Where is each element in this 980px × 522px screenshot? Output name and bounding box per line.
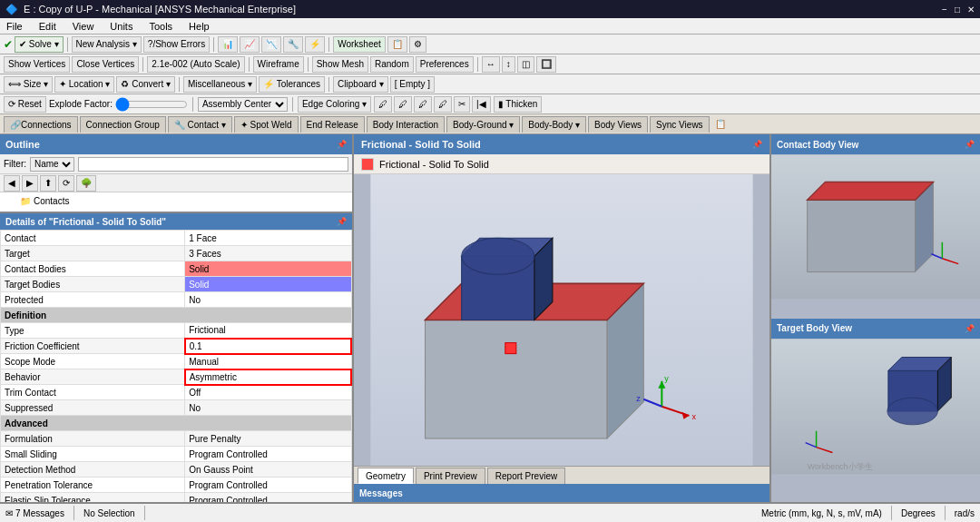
details-value-trim-contact[interactable]: Off [185, 385, 351, 400]
pin-btn[interactable]: 📌 [752, 140, 762, 149]
auto-scale-button[interactable]: 2.1e-002 (Auto Scale) [147, 56, 244, 73]
degrees-text: Degrees [901, 508, 936, 518]
viewport-title: Frictional - Solid To Solid [361, 139, 481, 150]
tab-extra-icon[interactable]: 📋 [715, 119, 726, 129]
tab-connections[interactable]: 🔗 Connections [4, 116, 78, 133]
details-value-contact-bodies[interactable]: Solid [185, 261, 351, 277]
tab-end-release[interactable]: End Release [300, 116, 365, 133]
view-btn-1[interactable]: ↔ [482, 56, 500, 73]
view-btn-4[interactable]: 🔲 [536, 56, 556, 73]
outline-refresh-btn[interactable]: ⟳ [58, 175, 74, 192]
menu-units[interactable]: Units [107, 21, 135, 32]
outline-back-btn[interactable]: ◀ [4, 175, 20, 192]
icon-btn-2[interactable]: 📈 [240, 36, 260, 53]
details-value-contact[interactable]: 1 Face [185, 231, 351, 246]
tab-sync-views[interactable]: Sync Views [650, 116, 710, 133]
edge-icon-2[interactable]: 🖊 [394, 96, 412, 113]
menu-file[interactable]: File [4, 21, 25, 32]
tab-contact[interactable]: 🔧 Contact ▾ [168, 116, 232, 133]
viewport-header: Frictional - Solid To Solid 📌 [354, 134, 769, 154]
clipboard-button[interactable]: Clipboard ▾ [333, 76, 388, 93]
solve-button[interactable]: ✔ Solve ▾ [15, 36, 64, 53]
menu-bar: File Edit View Units Tools Help [0, 18, 980, 34]
worksheet-icon-btn[interactable]: 📋 [387, 36, 407, 53]
details-value-type[interactable]: Frictional [185, 323, 351, 339]
details-value-friction-coeff[interactable]: 0.1 [185, 339, 351, 354]
location-button[interactable]: ✦ Location ▾ [54, 76, 114, 93]
close-vertices-button[interactable]: Close Vertices [72, 56, 139, 73]
tab-geometry[interactable]: Geometry [358, 468, 414, 484]
outline-up-btn[interactable]: ⬆ [40, 175, 56, 192]
minimize-btn[interactable]: − [942, 5, 947, 15]
assembly-center-select[interactable]: Assembly Center [198, 97, 288, 112]
viewport-3d[interactable]: x y z [354, 174, 769, 466]
contact-body-view[interactable] [771, 154, 980, 319]
size-button[interactable]: ⟺ Size ▾ [4, 76, 53, 93]
details-value-protected[interactable]: No [185, 292, 351, 308]
details-value-detection-method[interactable]: On Gauss Point [185, 462, 351, 478]
details-value-target-bodies[interactable]: Solid [185, 277, 351, 292]
details-value-suppressed[interactable]: No [185, 400, 351, 416]
tab-body-ground[interactable]: Body-Ground ▾ [446, 116, 520, 133]
menu-view[interactable]: View [70, 21, 97, 32]
new-analysis-button[interactable]: New Analysis ▾ [72, 36, 142, 53]
details-value-behavior[interactable]: Asymmetric [185, 369, 351, 385]
show-vertices-button[interactable]: Show Vertices [4, 56, 70, 73]
show-errors-button[interactable]: ?/Show Errors [143, 36, 210, 53]
thicken-button[interactable]: ▮ Thicken [494, 96, 543, 113]
tab-connection-group[interactable]: Connection Group [80, 116, 166, 133]
menu-help[interactable]: Help [186, 21, 212, 32]
miscellaneous-button[interactable]: Miscellaneous ▾ [183, 76, 257, 93]
close-btn[interactable]: ✕ [967, 5, 975, 15]
outline-fwd-btn[interactable]: ▶ [22, 175, 38, 192]
edge-icon-1[interactable]: 🖊 [374, 96, 392, 113]
tab-body-body[interactable]: Body-Body ▾ [522, 116, 586, 133]
preferences-button[interactable]: Preferences [416, 56, 474, 73]
edge-coloring-button[interactable]: Edge Coloring ▾ [298, 96, 371, 113]
explode-slider[interactable] [115, 98, 188, 111]
show-mesh-button[interactable]: Show Mesh [312, 56, 368, 73]
title-bar-controls[interactable]: − □ ✕ [942, 5, 975, 15]
menu-edit[interactable]: Edit [36, 21, 59, 32]
menu-tools[interactable]: Tools [146, 21, 175, 32]
tolerances-button[interactable]: ⚡ Tolerances [259, 76, 325, 93]
filter-type-select[interactable]: Name [30, 157, 74, 172]
reset-button[interactable]: ⟳ Reset [4, 96, 46, 113]
tab-body-views[interactable]: Body Views [588, 116, 648, 133]
icon-btn-4[interactable]: 🔧 [283, 36, 303, 53]
random-button[interactable]: Random [370, 56, 414, 73]
view-btn-2[interactable]: ↕ [502, 56, 515, 73]
extra-icon-btn[interactable]: ⚙ [409, 36, 426, 53]
tree-item-contacts[interactable]: 📁 Contacts [2, 194, 350, 208]
tab-print-preview[interactable]: Print Preview [416, 468, 485, 484]
edge-icon-5[interactable]: ✂ [454, 96, 470, 113]
edge-icon-4[interactable]: 🖊 [434, 96, 452, 113]
empty-button[interactable]: [ Empty ] [390, 76, 435, 93]
details-row-behavior: Behavior Asymmetric [1, 369, 352, 385]
outline-tree-btn[interactable]: 🌳 [76, 175, 96, 192]
toolbar-2: Show Vertices Close Vertices 2.1e-002 (A… [0, 54, 980, 74]
icon-btn-1[interactable]: 📊 [218, 36, 238, 53]
filter-input[interactable] [78, 157, 348, 172]
tab-body-interaction[interactable]: Body Interaction [367, 116, 445, 133]
details-value-elastic-slip[interactable]: Program Controlled [185, 493, 351, 503]
wireframe-button[interactable]: Wireframe [253, 56, 304, 73]
view-btn-3[interactable]: ◫ [517, 56, 534, 73]
details-value-penetration-tol[interactable]: Program Controlled [185, 478, 351, 493]
target-body-view[interactable]: Workbench小学生 [771, 339, 980, 503]
tab-report-preview[interactable]: Report Preview [487, 468, 565, 484]
sep-t2-2 [249, 57, 250, 72]
details-value-scope-mode[interactable]: Manual [185, 354, 351, 369]
details-value-small-sliding[interactable]: Program Controlled [185, 447, 351, 462]
details-value-target[interactable]: 3 Faces [185, 246, 351, 261]
maximize-btn[interactable]: □ [955, 5, 960, 15]
icon-btn-3[interactable]: 📉 [261, 36, 281, 53]
edge-icon-3[interactable]: 🖊 [414, 96, 432, 113]
edge-icon-6[interactable]: |◀ [472, 96, 491, 113]
details-value-formulation[interactable]: Pure Penalty [185, 431, 351, 447]
sep-t2-1 [142, 57, 143, 72]
tab-spot-weld[interactable]: ✦ Spot Weld [234, 116, 299, 133]
icon-btn-5[interactable]: ⚡ [305, 36, 325, 53]
worksheet-button[interactable]: Worksheet [333, 36, 386, 53]
convert-button[interactable]: ♻ Convert ▾ [116, 76, 175, 93]
